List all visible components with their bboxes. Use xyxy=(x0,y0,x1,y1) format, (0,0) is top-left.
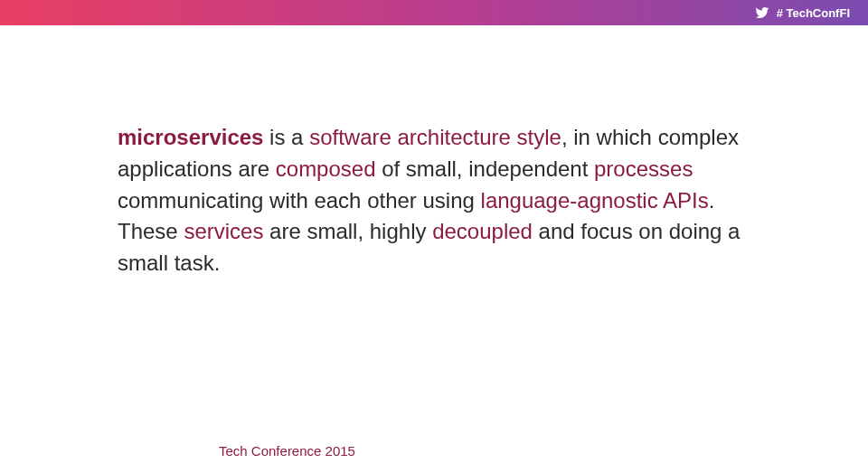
top-bar: # TechConfFI xyxy=(0,0,868,25)
highlight-text: software architecture style xyxy=(309,125,561,149)
highlight-text: composed xyxy=(276,156,376,181)
highlight-text: language-agnostic APIs xyxy=(481,188,709,213)
hashtag-label: # TechConfFI xyxy=(777,6,850,20)
text: These xyxy=(118,219,184,243)
hashtag-group: # TechConfFI xyxy=(755,5,850,20)
highlight-strong: microservices xyxy=(118,125,263,149)
highlight-text: services xyxy=(184,219,263,243)
twitter-bird-icon xyxy=(755,5,769,20)
highlight-text: decoupled xyxy=(432,219,533,243)
text: are small, highly xyxy=(263,219,432,243)
text: of small, independent xyxy=(376,156,595,181)
highlight-text: processes xyxy=(594,156,693,181)
slide-body: microservices is a software architecture… xyxy=(118,122,750,279)
paragraph-1: microservices is a software architecture… xyxy=(118,122,750,216)
text: . xyxy=(709,188,715,213)
paragraph-2: These services are small, highly decoupl… xyxy=(118,216,750,279)
footer-label: Tech Conference 2015 xyxy=(219,443,355,459)
text: is a xyxy=(263,125,309,149)
text: communicating with each other using xyxy=(118,188,481,213)
